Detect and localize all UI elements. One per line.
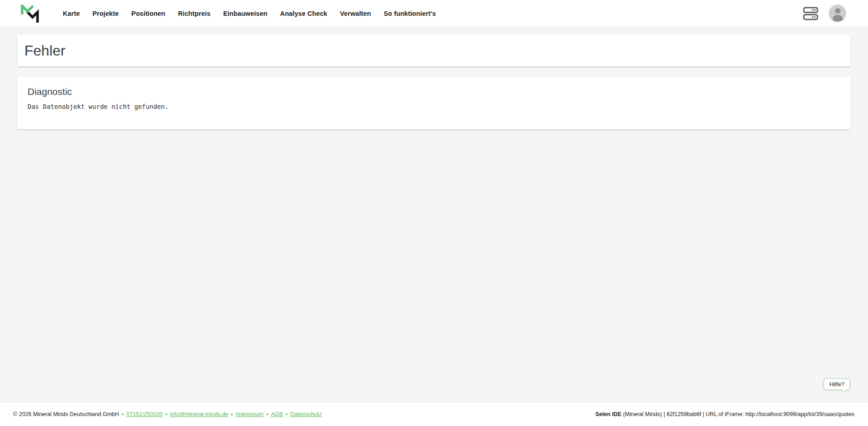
content-area: Fehler Diagnostic Das Datenobjekt wurde … <box>0 35 868 129</box>
footer-system-info: Selen IDE (Mineral Minds) | 62f1259bab6f… <box>595 411 854 417</box>
datenschutz-link[interactable]: Datenschutz <box>290 411 321 417</box>
footer-separator: • <box>286 411 288 417</box>
phone-link[interactable]: 07151/250100 <box>127 411 163 417</box>
footer-separator: • <box>231 411 233 417</box>
nav-item-analyse-check[interactable]: Analyse Check <box>280 10 327 17</box>
error-title-card: Fehler <box>17 35 851 66</box>
footer-separator: • <box>122 411 123 417</box>
diagnostic-heading: Diagnostic <box>28 86 840 97</box>
footer-separator: • <box>165 411 167 417</box>
mineral-minds-logo[interactable] <box>21 5 39 23</box>
avatar-head-shape <box>835 8 840 14</box>
copyright-text: © 2026 Mineral Minds Deutschland GmbH <box>13 411 119 417</box>
help-button[interactable]: Hilfe? <box>824 379 850 390</box>
user-avatar-icon[interactable] <box>829 5 846 22</box>
page-title: Fehler <box>24 42 66 59</box>
diagnostic-message: Das Datenobjekt wurde nicht gefunden. <box>28 103 840 110</box>
nav-item-so-funktionierts[interactable]: So funktioniert's <box>384 10 436 17</box>
footer-legal: © 2026 Mineral Minds Deutschland GmbH • … <box>13 411 322 417</box>
footer: © 2026 Mineral Minds Deutschland GmbH • … <box>0 402 868 426</box>
logo-mm-monogram-icon <box>21 5 39 23</box>
agb-link[interactable]: AGB <box>271 411 283 417</box>
server-icon-glyph <box>803 7 818 20</box>
email-link[interactable]: info@mineral-minds.de <box>170 411 228 417</box>
header-actions <box>803 5 846 22</box>
impressum-link[interactable]: Impressum <box>236 411 264 417</box>
main-nav: Karte Projekte Positionen Richtpreis Ein… <box>63 10 436 17</box>
footer-separator: • <box>266 411 268 417</box>
server-icon[interactable] <box>803 7 818 20</box>
nav-item-verwalten[interactable]: Verwalten <box>340 10 371 17</box>
nav-item-richtpreis[interactable]: Richtpreis <box>178 10 211 17</box>
nav-item-karte[interactable]: Karte <box>63 10 80 17</box>
help-label: Hilfe? <box>829 381 844 388</box>
speech-bubble-tail <box>842 387 847 392</box>
diagnostic-card: Diagnostic Das Datenobjekt wurde nicht g… <box>17 77 851 129</box>
ide-name: Selen IDE <box>595 411 622 417</box>
avatar-body-shape <box>833 15 843 22</box>
nav-item-projekte[interactable]: Projekte <box>93 10 119 17</box>
nav-item-einbauweisen[interactable]: Einbauweisen <box>223 10 268 17</box>
nav-item-positionen[interactable]: Positionen <box>132 10 165 17</box>
top-nav-bar: Karte Projekte Positionen Richtpreis Ein… <box>0 0 868 27</box>
system-info-text: (Mineral Minds) | 62f1259bab6f | URL of … <box>622 411 854 417</box>
